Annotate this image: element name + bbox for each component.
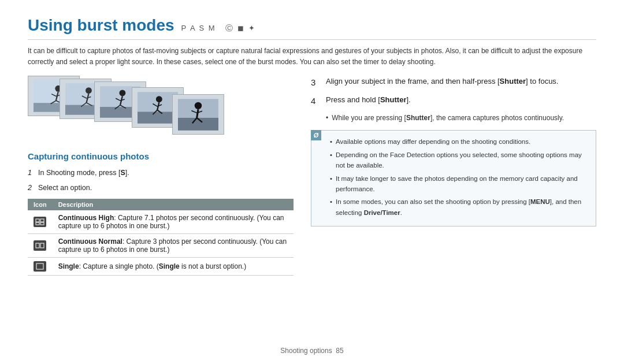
right-column: 3 Align your subject in the frame, and t… — [311, 76, 596, 276]
col-icon-header: Icon — [28, 199, 53, 210]
table-row: Continuous Normal: Capture 3 photos per … — [28, 233, 294, 257]
page-title: Using burst modes — [28, 16, 174, 35]
steps-list: 1 In Shooting mode, press [S]. 2 Select … — [28, 167, 294, 194]
single-icon — [34, 261, 46, 272]
svg-point-26 — [156, 96, 162, 102]
note-bullet-2: Depending on the Face Detection options … — [330, 150, 589, 171]
section-title: Capturing continuous photos — [28, 151, 294, 161]
table-cell-desc-3: Single: Capture a single photo. (Single … — [53, 257, 294, 275]
page-header: Using burst modes P A S M Ⓒ ◼ ✦ — [28, 16, 596, 40]
svg-rect-40 — [36, 219, 39, 222]
svg-rect-45 — [40, 243, 44, 248]
svg-point-18 — [119, 90, 125, 96]
bullet-dot: • — [326, 113, 328, 123]
intro-text: It can be difficult to capture photos of… — [28, 46, 596, 68]
svg-rect-44 — [36, 243, 39, 248]
table-cell-desc-1: Continuous High: Capture 7.1 photos per … — [53, 210, 294, 234]
options-table: Icon Description — [28, 199, 294, 276]
step-1-num: 1 — [28, 167, 35, 179]
step-3-text: Align your subject in the frame, and the… — [326, 76, 558, 90]
step-2-text: Select an option. — [38, 182, 92, 194]
footer-page: 85 — [336, 347, 343, 355]
note-3-text: It may take longer to save the photos de… — [336, 173, 589, 195]
note-icon: Ø — [311, 130, 321, 140]
step-1-text: In Shooting mode, press [S]. — [38, 167, 129, 179]
step-3-num: 3 — [311, 76, 321, 90]
photo-strip — [28, 76, 294, 142]
svg-rect-43 — [40, 222, 44, 225]
table-cell-icon — [28, 257, 53, 275]
page-modes: P A S M Ⓒ ◼ ✦ — [181, 23, 256, 34]
table-cell-icon — [28, 233, 53, 257]
table-cell-desc-2: Continuous Normal: Capture 3 photos per … — [53, 233, 294, 257]
step-2: 2 Select an option. — [28, 182, 294, 194]
step-2-num: 2 — [28, 182, 35, 194]
table-cell-icon — [28, 210, 53, 234]
mode-icon-s: Ⓒ — [225, 23, 234, 34]
svg-point-34 — [195, 102, 202, 109]
footer-text: Shooting options — [280, 347, 332, 355]
svg-point-10 — [86, 87, 92, 94]
right-steps: 3 Align your subject in the frame, and t… — [311, 76, 596, 123]
note-1-text: Available options may differ depending o… — [336, 136, 530, 147]
table-row: Single: Capture a single photo. (Single … — [28, 257, 294, 275]
footer: Shooting options 85 — [0, 347, 624, 355]
photo-card-5 — [172, 94, 224, 135]
svg-rect-42 — [36, 222, 39, 225]
right-step-4: 4 Press and hold [Shutter]. — [311, 94, 596, 108]
svg-rect-46 — [36, 263, 43, 269]
sub-bullet: • While you are pressing [Shutter], the … — [326, 113, 596, 123]
mode-icon-star: ✦ — [248, 24, 256, 32]
col-desc-header: Description — [53, 199, 294, 210]
continuous-high-icon — [34, 217, 46, 227]
step-1: 1 In Shooting mode, press [S]. — [28, 167, 294, 179]
two-col-layout: Capturing continuous photos 1 In Shootin… — [28, 76, 596, 276]
step-4-text: Press and hold [Shutter]. — [326, 94, 411, 108]
note-bullet-4: In some modes, you can also set the shoo… — [330, 196, 589, 218]
step-4-num: 4 — [311, 94, 321, 108]
note-content: Available options may differ depending o… — [318, 136, 589, 218]
sub-bullet-text: While you are pressing [Shutter], the ca… — [332, 113, 564, 123]
note-2-text: Depending on the Face Detection options … — [336, 150, 589, 171]
svg-rect-41 — [40, 219, 44, 222]
left-column: Capturing continuous photos 1 In Shootin… — [28, 76, 294, 276]
right-step-3: 3 Align your subject in the frame, and t… — [311, 76, 596, 90]
continuous-normal-icon — [34, 240, 46, 251]
page: Using burst modes P A S M Ⓒ ◼ ✦ It can b… — [0, 0, 624, 364]
note-bullet-3: It may take longer to save the photos de… — [330, 173, 589, 195]
note-bullet-1: Available options may differ depending o… — [330, 136, 589, 147]
note-4-text: In some modes, you can also set the shoo… — [336, 196, 589, 218]
note-box: Ø Available options may differ depending… — [311, 130, 596, 226]
table-row: Continuous High: Capture 7.1 photos per … — [28, 210, 294, 234]
mode-icon-m: ◼ — [237, 24, 245, 32]
